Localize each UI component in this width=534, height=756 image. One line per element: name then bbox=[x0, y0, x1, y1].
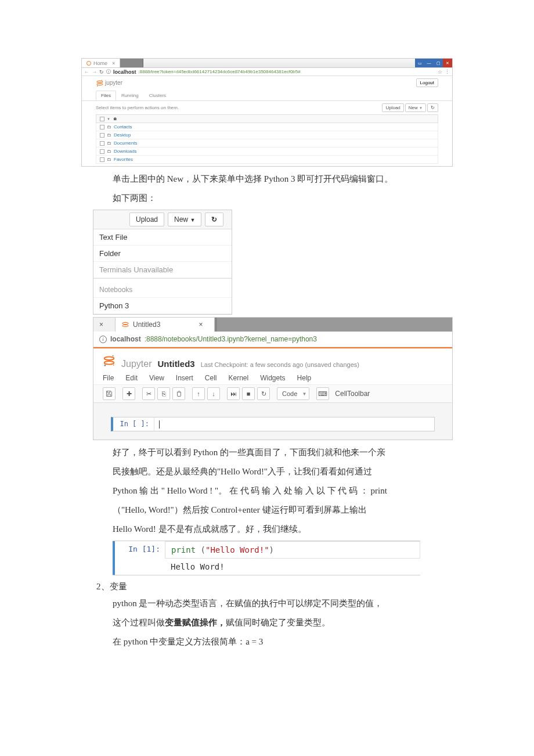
svg-point-10 bbox=[113, 365, 114, 366]
item-name[interactable]: Documents bbox=[114, 141, 137, 146]
bookmark-icon[interactable]: ☆ bbox=[438, 69, 442, 75]
copy-icon[interactable]: ⎘ bbox=[157, 387, 170, 400]
address-bar: ← → ↻ ⓘ localhost :8888/tree?token=d45ed… bbox=[82, 68, 452, 76]
menu-kernel[interactable]: Kernel bbox=[229, 374, 249, 382]
close-icon[interactable]: × bbox=[99, 321, 103, 329]
notebook-body: In [ ]: bbox=[93, 403, 452, 440]
upload-button[interactable]: Upload bbox=[129, 213, 164, 226]
list-item[interactable]: 🗀Desktop bbox=[96, 131, 438, 139]
select-hint: Select items to perform actions on them. bbox=[96, 105, 179, 110]
notebook-title[interactable]: Untitled3 bbox=[157, 359, 194, 369]
add-cell-icon[interactable]: ✚ bbox=[122, 387, 135, 400]
jupyter-logo[interactable]: jupyter bbox=[96, 79, 122, 87]
browser-tab-inactive[interactable] bbox=[120, 59, 143, 67]
url-path: :8888/tree?token=d45edbd66142714234dc6ce… bbox=[139, 69, 301, 74]
url-path: :8888/notebooks/Untitled3.ipynb?kernel_n… bbox=[145, 335, 317, 343]
item-name[interactable]: Contacts bbox=[114, 124, 132, 129]
menu-cell[interactable]: Cell bbox=[205, 374, 217, 382]
dashboard-tabs: Files Running Clusters bbox=[82, 91, 452, 101]
code-cell[interactable]: In [ ]: bbox=[111, 417, 435, 431]
close-icon[interactable]: × bbox=[112, 60, 115, 66]
svg-point-3 bbox=[97, 85, 98, 87]
refresh-button[interactable]: ↻ bbox=[205, 213, 223, 226]
menu-file[interactable]: File bbox=[103, 374, 114, 382]
window-close-button[interactable]: ✕ bbox=[443, 59, 452, 67]
browser-tab-home[interactable]: Home × bbox=[82, 59, 120, 67]
reload-icon[interactable]: ↻ bbox=[99, 69, 104, 75]
forward-icon[interactable]: → bbox=[92, 69, 97, 75]
site-info-icon[interactable]: i bbox=[99, 336, 107, 343]
item-name[interactable]: Desktop bbox=[114, 132, 131, 138]
browser-tab-notebook[interactable]: Untitled3 × bbox=[116, 318, 215, 332]
save-icon[interactable] bbox=[103, 387, 116, 400]
logout-button[interactable]: Logout bbox=[416, 78, 438, 87]
new-menu-list: Text File Folder Terminals Unavailable N… bbox=[93, 229, 232, 314]
executed-cell-screenshot: In [1]: print ("Hello Word!") Hello Word… bbox=[113, 541, 420, 575]
menu-icon[interactable]: ⋮ bbox=[445, 69, 450, 75]
body-paragraph: （"Hello, Word!"）然后按 Control+enter 键运行即可看… bbox=[113, 502, 453, 518]
row-checkbox[interactable] bbox=[100, 133, 104, 138]
menu-view[interactable]: View bbox=[149, 374, 164, 382]
svg-point-2 bbox=[102, 80, 102, 80]
new-dropdown-button[interactable]: New ▼ bbox=[405, 103, 426, 112]
list-item[interactable]: 🗀Documents bbox=[96, 139, 438, 147]
tab-files[interactable]: Files bbox=[96, 91, 116, 100]
new-dropdown-button[interactable]: New ▼ bbox=[168, 213, 201, 226]
restart-icon[interactable]: ↻ bbox=[257, 387, 270, 400]
cell-type-select[interactable]: Code bbox=[277, 387, 309, 400]
cut-icon[interactable]: ✂ bbox=[142, 387, 155, 400]
refresh-button[interactable]: ↻ bbox=[427, 103, 438, 112]
window-maximize-button[interactable]: ▢ bbox=[434, 59, 443, 67]
jupyter-header: jupyter Logout bbox=[82, 76, 452, 89]
close-icon[interactable]: × bbox=[199, 321, 203, 329]
cell-input[interactable]: print ("Hello Word!") bbox=[165, 541, 420, 559]
row-checkbox[interactable] bbox=[100, 157, 104, 162]
move-down-icon[interactable]: ↓ bbox=[207, 387, 220, 400]
home-icon[interactable]: 🏠︎ bbox=[113, 116, 117, 121]
item-name[interactable]: Downloads bbox=[114, 149, 137, 154]
action-row: Select items to perform actions on them.… bbox=[82, 101, 452, 114]
folder-icon: 🗀 bbox=[107, 132, 111, 138]
upload-button[interactable]: Upload bbox=[382, 103, 403, 112]
browser-tab-prev[interactable]: × bbox=[93, 318, 116, 332]
cell-prompt: In [1]: bbox=[115, 541, 165, 559]
tab-label: Home bbox=[93, 60, 107, 66]
item-name[interactable]: Favorites bbox=[114, 157, 133, 162]
list-item[interactable]: 🗀Downloads bbox=[96, 147, 438, 156]
menu-help[interactable]: Help bbox=[297, 374, 312, 382]
folder-icon: 🗀 bbox=[107, 149, 111, 154]
section-heading: 2、变量 bbox=[96, 581, 453, 592]
window-minimize-button[interactable]: ▭ bbox=[415, 59, 424, 67]
paste-icon[interactable]: 📋︎ bbox=[172, 387, 185, 400]
run-icon[interactable]: ⏭ bbox=[227, 387, 240, 400]
row-checkbox[interactable] bbox=[100, 149, 104, 154]
site-info-icon[interactable]: ⓘ bbox=[106, 69, 111, 75]
tab-running[interactable]: Running bbox=[116, 91, 144, 100]
jupyter-logo-icon bbox=[96, 79, 104, 87]
window-restore-button[interactable]: — bbox=[424, 59, 434, 67]
list-item[interactable]: 🗀Contacts bbox=[96, 123, 438, 131]
new-menu-toolbar: Upload New ▼ ↻ bbox=[93, 210, 232, 229]
row-checkbox[interactable] bbox=[100, 141, 104, 146]
cell-input[interactable] bbox=[154, 417, 434, 431]
tab-clusters[interactable]: Clusters bbox=[144, 91, 171, 100]
menu-item-text-file[interactable]: Text File bbox=[93, 229, 232, 246]
file-list-header: ▼ 🏠︎ bbox=[96, 114, 438, 123]
select-all-checkbox[interactable] bbox=[100, 117, 104, 121]
svg-point-1 bbox=[97, 83, 103, 85]
menu-item-python3[interactable]: Python 3 bbox=[93, 298, 232, 314]
address-bar: i localhost:8888/notebooks/Untitled3.ipy… bbox=[93, 332, 452, 347]
menu-item-folder[interactable]: Folder bbox=[93, 246, 232, 262]
list-item[interactable]: 🗀Favorites bbox=[96, 156, 438, 164]
celltoolbar-label[interactable]: CellToolbar bbox=[335, 390, 370, 398]
interrupt-icon[interactable]: ■ bbox=[242, 387, 255, 400]
back-icon[interactable]: ← bbox=[84, 69, 89, 75]
menu-edit[interactable]: Edit bbox=[125, 374, 138, 382]
notebook-header: Jupyter Untitled3 Last Checkpoint: a few… bbox=[93, 347, 452, 372]
row-checkbox[interactable] bbox=[100, 125, 104, 129]
menu-widgets[interactable]: Widgets bbox=[260, 374, 285, 382]
move-up-icon[interactable]: ↑ bbox=[192, 387, 205, 400]
menu-insert[interactable]: Insert bbox=[176, 374, 193, 382]
chevron-down-icon[interactable]: ▼ bbox=[107, 117, 110, 121]
command-palette-icon[interactable]: ⌨ bbox=[316, 387, 329, 400]
